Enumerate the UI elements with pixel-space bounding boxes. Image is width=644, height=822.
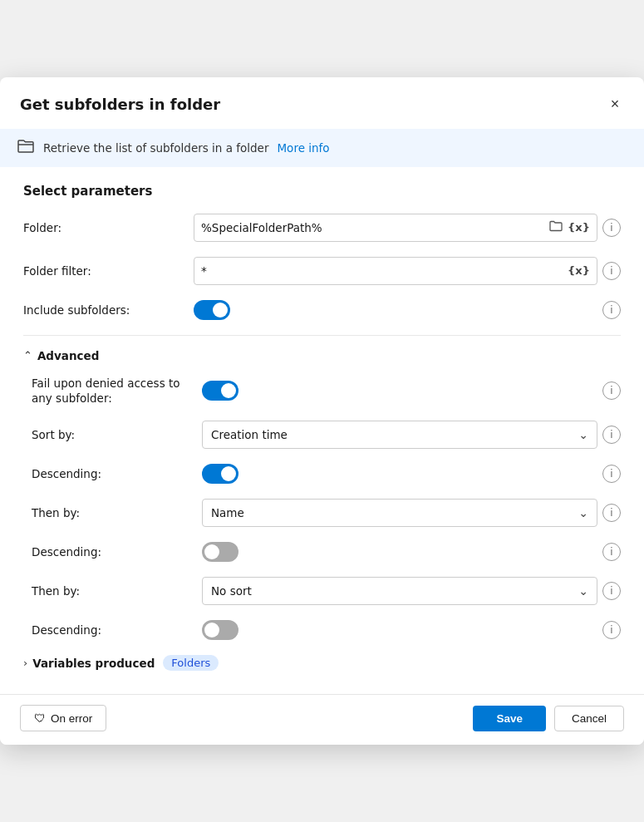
sort-by-label: Sort by: xyxy=(32,428,194,441)
title-bar: Get subfolders in folder × xyxy=(0,77,644,129)
folder-label: Folder: xyxy=(23,221,185,234)
folder-filter-row: Folder filter: * {x} i xyxy=(23,257,621,285)
sort-by-row: Sort by: Creation time ⌄ i xyxy=(32,421,621,449)
divider xyxy=(23,335,621,336)
descending1-info-icon[interactable]: i xyxy=(602,465,621,483)
include-subfolders-label: Include subfolders: xyxy=(23,303,185,317)
include-subfolders-info-icon[interactable]: i xyxy=(602,301,621,319)
then-by2-info-icon[interactable]: i xyxy=(602,582,621,600)
descending3-row: Descending: i xyxy=(32,620,621,640)
dialog-title: Get subfolders in folder xyxy=(20,96,220,113)
then-by1-info-icon[interactable]: i xyxy=(602,504,621,522)
folder-filter-label: Folder filter: xyxy=(23,264,185,278)
then-by1-row: Then by: Name ⌄ i xyxy=(32,499,621,527)
fail-denied-toggle[interactable] xyxy=(202,381,238,401)
sort-by-control: Creation time ⌄ i xyxy=(202,421,621,449)
folder-filter-info-icon[interactable]: i xyxy=(602,262,621,280)
info-banner-text: Retrieve the list of subfolders in a fol… xyxy=(43,141,268,155)
variables-label: Variables produced xyxy=(32,657,155,670)
variables-header[interactable]: › Variables produced xyxy=(23,657,155,670)
then-by2-row: Then by: No sort ⌄ i xyxy=(32,577,621,605)
descending3-info-icon[interactable]: i xyxy=(602,621,621,639)
folder-value: %SpecialFolderPath% xyxy=(201,221,322,234)
then-by2-arrow: ⌄ xyxy=(578,584,588,598)
then-by2-control: No sort ⌄ i xyxy=(202,577,621,605)
footer-right: Save Cancel xyxy=(473,706,624,731)
browse-icon[interactable] xyxy=(549,220,563,234)
folder-info-icon[interactable]: i xyxy=(602,219,621,237)
on-error-button[interactable]: 🛡 On error xyxy=(20,705,106,731)
on-error-label: On error xyxy=(51,712,92,725)
cancel-button[interactable]: Cancel xyxy=(554,706,624,731)
variables-section: › Variables produced Folders xyxy=(23,655,621,671)
fail-denied-info-icon[interactable]: i xyxy=(602,381,621,400)
folder-filter-control: * {x} i xyxy=(194,257,621,285)
include-subfolders-toggle[interactable] xyxy=(194,300,230,320)
folder-filter-icons: {x} xyxy=(568,264,590,277)
folder-filter-input[interactable]: * {x} xyxy=(194,257,597,285)
folder-input-icons: {x} xyxy=(549,220,590,234)
variables-chevron: › xyxy=(23,657,27,669)
dialog: Get subfolders in folder × Retrieve the … xyxy=(0,77,644,745)
descending3-label: Descending: xyxy=(32,623,194,637)
then-by1-dropdown[interactable]: Name ⌄ xyxy=(202,499,597,527)
descending2-info-icon[interactable]: i xyxy=(602,543,621,561)
advanced-chevron: ⌃ xyxy=(23,349,32,362)
more-info-link[interactable]: More info xyxy=(277,141,329,155)
variable-icon[interactable]: {x} xyxy=(568,221,590,234)
sort-by-value: Creation time xyxy=(211,428,288,441)
folder-row: Folder: %SpecialFolderPath% {x} i xyxy=(23,214,621,242)
descending1-label: Descending: xyxy=(32,467,194,480)
descending3-control: i xyxy=(202,620,621,640)
save-button[interactable]: Save xyxy=(473,706,546,731)
sort-by-dropdown[interactable]: Creation time ⌄ xyxy=(202,421,597,449)
then-by1-arrow: ⌄ xyxy=(578,506,588,519)
then-by2-label: Then by: xyxy=(32,584,194,598)
descending3-toggle[interactable] xyxy=(202,620,238,640)
advanced-rows: Fail upon denied access to any subfolder… xyxy=(23,376,621,640)
include-subfolders-row: Include subfolders: i xyxy=(23,300,621,320)
include-subfolders-control: i xyxy=(194,300,621,320)
shield-icon: 🛡 xyxy=(34,711,46,725)
advanced-label: Advanced xyxy=(37,349,99,362)
sort-by-arrow: ⌄ xyxy=(578,428,588,441)
variable-icon-filter[interactable]: {x} xyxy=(568,264,590,277)
folder-control: %SpecialFolderPath% {x} i xyxy=(194,214,621,242)
descending1-control: i xyxy=(202,464,621,484)
then-by2-dropdown[interactable]: No sort ⌄ xyxy=(202,577,597,605)
folder-filter-value: * xyxy=(201,264,207,278)
then-by1-label: Then by: xyxy=(32,506,194,519)
info-banner: Retrieve the list of subfolders in a fol… xyxy=(0,129,644,167)
descending2-control: i xyxy=(202,542,621,562)
variables-badge: Folders xyxy=(163,655,219,671)
descending2-row: Descending: i xyxy=(32,542,621,562)
fail-denied-label: Fail upon denied access to any subfolder… xyxy=(32,376,194,406)
descending1-toggle[interactable] xyxy=(202,464,238,484)
section-title: Select parameters xyxy=(23,184,621,199)
descending2-toggle[interactable] xyxy=(202,542,238,562)
dialog-body: Select parameters Folder: %SpecialFolder… xyxy=(0,167,644,694)
folder-icon xyxy=(17,139,35,157)
folder-input[interactable]: %SpecialFolderPath% {x} xyxy=(194,214,597,242)
dialog-footer: 🛡 On error Save Cancel xyxy=(0,694,644,745)
then-by2-value: No sort xyxy=(211,584,252,598)
then-by1-value: Name xyxy=(211,506,244,519)
then-by1-control: Name ⌄ i xyxy=(202,499,621,527)
descending1-row: Descending: i xyxy=(32,464,621,484)
fail-denied-control: i xyxy=(202,381,621,401)
advanced-header[interactable]: ⌃ Advanced xyxy=(23,349,621,362)
fail-denied-row: Fail upon denied access to any subfolder… xyxy=(32,376,621,406)
descending2-label: Descending: xyxy=(32,545,194,559)
sort-by-info-icon[interactable]: i xyxy=(602,426,621,444)
close-button[interactable]: × xyxy=(602,92,627,117)
